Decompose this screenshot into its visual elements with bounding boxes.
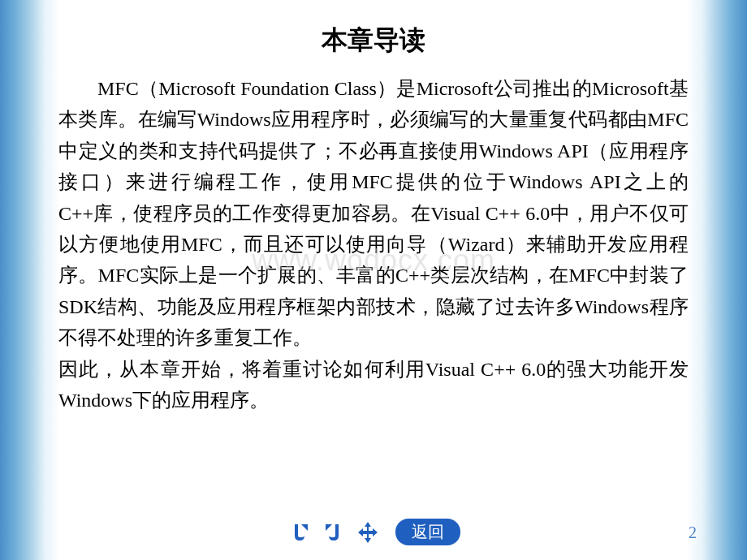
nav-prev-button[interactable] xyxy=(287,520,313,545)
move-arrows-icon xyxy=(356,520,380,545)
nav-bar: 返回 xyxy=(0,519,747,545)
u-turn-left-icon xyxy=(288,521,311,544)
return-button[interactable]: 返回 xyxy=(395,519,460,545)
nav-move-button[interactable] xyxy=(355,520,381,545)
content-area: MFC（Microsoft Foundation Class）是Microsof… xyxy=(0,73,747,416)
slide-title: 本章导读 xyxy=(0,0,747,73)
page-number: 2 xyxy=(689,523,697,542)
nav-next-button[interactable] xyxy=(321,520,347,545)
slide-inner: 本章导读 MFC（Microsoft Foundation Class）是Mic… xyxy=(0,0,747,560)
u-turn-right-icon xyxy=(322,521,345,544)
slide-container: 本章导读 MFC（Microsoft Foundation Class）是Mic… xyxy=(0,0,747,560)
body-paragraph-1: MFC（Microsoft Foundation Class）是Microsof… xyxy=(58,73,689,354)
body-paragraph-2: 因此，从本章开始，将着重讨论如何利用Visual C++ 6.0的强大功能开发W… xyxy=(58,354,689,416)
